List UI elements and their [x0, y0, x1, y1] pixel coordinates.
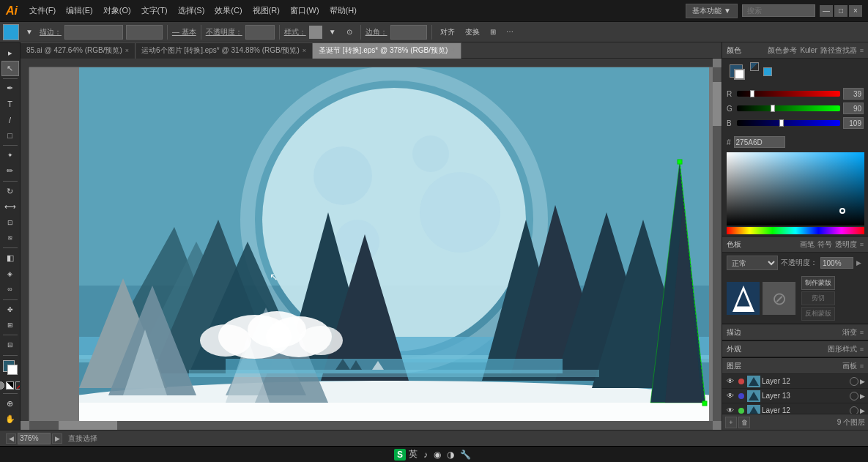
graphic-styles-tab[interactable]: 图形样式	[828, 344, 857, 354]
paintbrush-tool[interactable]: ✦	[1, 148, 19, 163]
clip-button[interactable]: 剪切	[801, 291, 835, 305]
zoom-out-button[interactable]: ◀	[6, 433, 16, 444]
g-thumb[interactable]	[771, 105, 775, 112]
mask-preview-none[interactable]: ⊘	[763, 282, 795, 315]
horizontal-scrollbar-thumb[interactable]	[59, 421, 117, 430]
menu-view[interactable]: 视图(R)	[248, 4, 284, 18]
align-button[interactable]: 对齐	[437, 24, 459, 40]
transp-panel-menu[interactable]: ≡	[860, 241, 864, 248]
layer-12a-select[interactable]	[850, 377, 858, 386]
maximize-button[interactable]: □	[834, 5, 847, 17]
invert-mask-button[interactable]: 反相蒙版	[801, 307, 835, 321]
kuler-tab[interactable]: Kuler	[800, 46, 817, 54]
layer-13-expand[interactable]: ▶	[860, 392, 865, 400]
rotate-tool[interactable]: ↻	[1, 184, 19, 198]
tab-christmas[interactable]: 圣诞节 [转换].eps* @ 378% (RGB/预览) ×	[313, 42, 461, 59]
layer-12b-eye[interactable]: 👁	[725, 406, 735, 414]
color-mode-none[interactable]	[15, 381, 21, 390]
zoom-tool[interactable]: ⊕	[1, 396, 19, 411]
eyedropper-tool[interactable]: ◈	[1, 267, 19, 281]
scale-tool[interactable]: ⊡	[1, 215, 19, 230]
zoom-input[interactable]	[18, 433, 51, 444]
opacity-input-transp[interactable]	[820, 257, 853, 269]
layer-row-12a[interactable]: 👁 Layer 12 ▶	[722, 374, 868, 389]
artboard-tool[interactable]: ⊟	[1, 338, 19, 352]
stroke-panel-tab[interactable]: 描边	[727, 327, 842, 338]
stroke-options-button[interactable]: ▼	[22, 24, 37, 40]
close-button[interactable]: ×	[849, 5, 862, 17]
pathfinder-tab[interactable]: 路径查找器	[820, 45, 857, 56]
menu-effect[interactable]: 效果(C)	[210, 4, 246, 18]
more-button[interactable]: ⋯	[502, 24, 517, 40]
close-tab-85ai[interactable]: ×	[125, 47, 129, 54]
warp-tool[interactable]: ≋	[1, 231, 19, 245]
stroke-panel-menu[interactable]: ≡	[860, 329, 864, 336]
minimize-button[interactable]: —	[820, 5, 833, 17]
gradient-tab[interactable]: 渐变	[842, 327, 857, 338]
g-value-input[interactable]: 90	[843, 103, 864, 114]
tab-85ai[interactable]: 85.ai @ 427.64% (RGB/预览) ×	[21, 42, 136, 59]
menu-select[interactable]: 选择(S)	[174, 4, 209, 18]
stroke-chip[interactable]	[734, 69, 745, 80]
artboard-tab[interactable]: 画板	[842, 361, 857, 371]
symbols-tab[interactable]: 符号	[817, 239, 832, 250]
taskbar-s[interactable]: S	[394, 449, 406, 461]
r-value-input[interactable]: 39	[843, 88, 864, 100]
transparency-tab[interactable]: 透明度	[835, 239, 857, 250]
taskbar-halfcircle[interactable]: ◑	[444, 450, 457, 460]
pen-tool[interactable]: ✒	[1, 81, 19, 96]
background-color[interactable]	[7, 365, 18, 375]
recolor-button[interactable]: ⊙	[343, 24, 356, 40]
taskbar-music[interactable]: ♪	[420, 450, 431, 460]
brushes-tab[interactable]: 画笔	[800, 239, 815, 250]
layers-panel-menu[interactable]: ≡	[860, 362, 864, 370]
color-mode-color[interactable]	[0, 381, 4, 390]
active-color-preview[interactable]	[763, 67, 772, 76]
taskbar-circle[interactable]: ◉	[431, 450, 444, 460]
tab-sports[interactable]: 运动6个图片 [转换].eps* @ 314.88% (RGB/预览) ×	[136, 42, 313, 59]
arrange-button[interactable]: ⊞	[486, 24, 500, 40]
color-ref-tab[interactable]: 颜色参考	[768, 45, 797, 56]
layer-12a-expand[interactable]: ▶	[860, 378, 865, 385]
layer-13-eye[interactable]: 👁	[725, 391, 735, 401]
make-mask-button[interactable]: 制作蒙版	[801, 276, 835, 290]
color-panel-menu[interactable]: ≡	[860, 47, 864, 54]
stroke-color-box[interactable]	[3, 24, 19, 40]
appearance-panel-menu[interactable]: ≡	[860, 346, 864, 353]
vertical-scrollbar[interactable]	[713, 67, 722, 421]
layer-row-12b[interactable]: 👁 Layer 12 ▶	[722, 403, 868, 414]
horizontal-scrollbar[interactable]	[29, 421, 713, 430]
pencil-tool[interactable]: ✏	[1, 164, 19, 179]
layer-12b-expand[interactable]: ▶	[860, 407, 865, 414]
r-thumb[interactable]	[750, 90, 754, 97]
selection-tool[interactable]: ▸	[1, 45, 19, 60]
menu-edit[interactable]: 编辑(E)	[62, 4, 97, 18]
delete-layer-button[interactable]: 🗑	[738, 417, 750, 428]
new-layer-button[interactable]: +	[725, 417, 737, 428]
stroke-weight-input[interactable]	[126, 25, 163, 40]
transp-arrow[interactable]: ▶	[856, 259, 861, 267]
layers-tab[interactable]: 图层	[727, 361, 842, 371]
appearance-tab[interactable]: 外观	[727, 344, 828, 354]
transform-button[interactable]: 变换	[461, 24, 483, 40]
taskbar-lang[interactable]: 英	[406, 448, 420, 461]
search-input[interactable]	[742, 4, 815, 17]
menu-file[interactable]: 文件(F)	[25, 4, 60, 18]
mask-preview-shape[interactable]	[727, 282, 760, 315]
close-tab-christmas[interactable]: ×	[450, 47, 454, 54]
gradient-tool[interactable]: ◧	[1, 250, 19, 265]
blend-tool[interactable]: ∞	[1, 282, 19, 297]
menu-object[interactable]: 对象(O)	[99, 4, 136, 18]
style-box[interactable]	[309, 26, 322, 39]
color-tab[interactable]: 颜色	[727, 45, 768, 56]
layer-13-select[interactable]	[850, 392, 858, 400]
vertical-scrollbar-thumb[interactable]	[713, 82, 722, 126]
zoom-in-button[interactable]: ▶	[52, 433, 62, 444]
color-indicator-tl[interactable]	[750, 62, 759, 71]
workspace-button[interactable]: 基本功能 ▼	[686, 4, 738, 18]
hand-tool[interactable]: ✋	[1, 412, 19, 427]
r-slider[interactable]	[737, 91, 840, 97]
menu-text[interactable]: 文字(T)	[137, 4, 172, 18]
stroke-input[interactable]	[64, 25, 123, 40]
layer-row-13[interactable]: 👁 Layer 13 ▶	[722, 389, 868, 403]
